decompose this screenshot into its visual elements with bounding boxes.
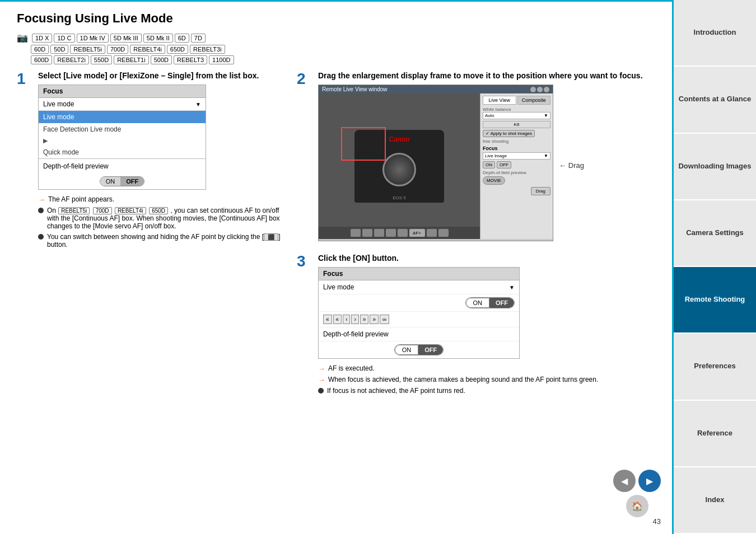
nav-next-btn[interactable]: ›: [351, 315, 358, 324]
step2-content: Drag the enlargement display frame to mo…: [318, 71, 655, 246]
nav-first-btn[interactable]: «: [323, 315, 332, 324]
focus-dropdown-label: Live mode: [43, 100, 195, 108]
live-view-container: Remote Live View window: [318, 85, 553, 246]
page-title: Focusing Using Live Mode: [17, 11, 655, 26]
toolbar-btn-7[interactable]: [438, 229, 449, 237]
focus-option-quick-mode[interactable]: Quick mode: [39, 146, 206, 158]
model-650d: 650D: [167, 45, 188, 54]
model-6d: 6D: [175, 34, 189, 43]
sidebar-camera-settings-label: Camera Settings: [686, 228, 744, 238]
lv-ks-section: K6: [483, 121, 550, 128]
lv-tab-composite[interactable]: Composite: [517, 96, 551, 105]
live-view-body: Canon EOS 5: [319, 93, 553, 239]
toolbar-btn-6[interactable]: [427, 229, 437, 237]
nav-last-btn[interactable]: »: [370, 315, 379, 324]
toolbar-btn-1[interactable]: [351, 229, 361, 237]
sidebar-contents-label: Contents at a Glance: [679, 95, 751, 104]
lv-on-btn[interactable]: ON: [483, 161, 495, 168]
step1-section: 1 Select [Live mode] or [FlexiZone – Sin…: [17, 71, 286, 251]
step3-section: 3 Click the [ON] button. Focus Live mode…: [297, 254, 655, 397]
step3-arrow-icon-1: →: [318, 364, 325, 373]
on-off-buttons: ON OFF: [100, 176, 145, 186]
step1-note-3: You can switch between showing and hidin…: [38, 233, 286, 249]
sidebar-item-camera-settings[interactable]: Camera Settings: [674, 200, 756, 267]
sidebar-item-reference[interactable]: Reference: [674, 401, 756, 467]
model-1dmkiv: 1D Mk IV: [77, 34, 109, 43]
sidebar-item-downloading[interactable]: Downloading Images: [674, 134, 756, 200]
step3-note-2: → When focus is achieved, the camera mak…: [318, 376, 655, 384]
on-off-row: ON OFF: [39, 174, 206, 189]
model-50d: 50D: [50, 45, 68, 54]
step1-note-2: On REBELT5i 700D REBELT4i 650D , you can…: [38, 207, 286, 230]
step1-note-2-text: On REBELT5i 700D REBELT4i 650D , you can…: [47, 207, 286, 230]
nav-next-next-btn[interactable]: »: [360, 315, 369, 324]
focus-option-face-detection[interactable]: Face Detection Live mode: [39, 123, 206, 135]
nav-next-icon: ▶: [646, 476, 653, 486]
toolbar-btn-4[interactable]: [386, 229, 396, 237]
sidebar: Introduction Contents at a Glance Downlo…: [672, 0, 756, 534]
lv-on-off-row: ON OFF: [483, 161, 550, 168]
focus-option-live-mode[interactable]: Live mode: [39, 111, 206, 123]
step3-content: Click the [ON] button. Focus Live mode ▼…: [318, 254, 655, 397]
lv-apply-btn[interactable]: ✓ Apply to shot images: [483, 130, 535, 137]
sidebar-item-remote-shooting[interactable]: Remote Shooting: [674, 267, 756, 334]
sidebar-reference-label: Reference: [697, 429, 732, 438]
camera-toolbar: AF+: [319, 227, 480, 239]
focus-dropdown-row[interactable]: Live mode ▼: [39, 98, 206, 111]
nav-next-button[interactable]: ▶: [638, 470, 661, 492]
main-content: Focusing Using Live Mode 📷 1D X 1D C 1D …: [0, 0, 672, 534]
model-rebelt3i: REBELT3i: [190, 45, 225, 54]
step3-note-1-text: AF is executed.: [328, 364, 375, 372]
step3-note-3-text: If focus is not achieved, the AF point t…: [327, 387, 465, 395]
camera-image-area: Canon EOS 5: [319, 93, 480, 239]
toolbar-btn-2[interactable]: [362, 229, 372, 237]
lv-wb-arrow: ▼: [544, 113, 548, 118]
depth-on-button[interactable]: ON: [100, 177, 121, 186]
depth-off-button[interactable]: OFF: [120, 177, 144, 186]
nav-prev-button[interactable]: ◀: [613, 470, 636, 492]
step1-focus-panel: Focus Live mode ▼ Live mode Face Detecti…: [38, 85, 206, 190]
step3-off-btn[interactable]: OFF: [489, 298, 514, 308]
model-700d: 700D: [107, 45, 128, 54]
lv-off-btn[interactable]: OFF: [497, 161, 511, 168]
model-550d: 550D: [91, 55, 112, 64]
nav-prev-prev-btn[interactable]: «: [333, 315, 342, 324]
lv-focus-arrow: ▼: [544, 153, 548, 158]
model-60d: 60D: [31, 45, 49, 54]
step3-note-2-text: When focus is achieved, the camera makes…: [328, 376, 598, 383]
step3-on-btn[interactable]: ON: [466, 298, 490, 308]
sidebar-item-preferences[interactable]: Preferences: [674, 334, 756, 400]
win-min-btn[interactable]: [530, 87, 536, 92]
step3-note-3: If focus is not achieved, the AF point t…: [318, 387, 655, 395]
model-rebelt4i: REBELT4i: [130, 45, 165, 54]
win-close-btn[interactable]: [544, 87, 549, 92]
camera-logo: Canon: [389, 135, 409, 143]
lv-focus-value: Live Image: [485, 153, 507, 158]
lv-focus-dropdown[interactable]: Live Image ▼: [483, 152, 550, 160]
step3-mode-label: Live mode: [323, 283, 506, 291]
nav-home-icon: 🏠: [632, 501, 643, 512]
toolbar-btn-5[interactable]: [398, 229, 408, 237]
lv-drag-button[interactable]: Drag: [531, 187, 550, 195]
model-rebelt5i: REBELT5i: [70, 45, 105, 54]
bullet-icon-1: [38, 208, 44, 213]
lv-free-shooting-label: free shooting: [483, 139, 550, 144]
sidebar-item-contents[interactable]: Contents at a Glance: [674, 67, 756, 133]
nav-prev-btn[interactable]: ‹: [343, 315, 350, 324]
sidebar-preferences-label: Preferences: [694, 362, 735, 371]
window-close-buttons: [530, 87, 549, 92]
lv-tab-liveview[interactable]: Live View: [483, 96, 516, 105]
step3-depth-off-btn[interactable]: OFF: [418, 345, 443, 355]
nav-inf-btn[interactable]: ∞: [380, 315, 389, 324]
content-columns: 1 Select [Live mode] or [FlexiZone – Sin…: [17, 71, 655, 405]
lv-wb-label: White balance: [483, 107, 550, 112]
toolbar-btn-3[interactable]: [374, 229, 384, 237]
win-max-btn[interactable]: [537, 87, 543, 92]
nav-home-button[interactable]: 🏠: [626, 495, 648, 517]
lv-wb-dropdown[interactable]: Auto ▼: [483, 112, 550, 119]
model-600d: 600D: [31, 55, 52, 64]
step3-depth-on-btn[interactable]: ON: [395, 345, 419, 355]
sidebar-item-introduction[interactable]: Introduction: [674, 0, 756, 67]
sidebar-downloading-label: Downloading Images: [678, 162, 751, 171]
sidebar-item-index[interactable]: Index: [674, 467, 756, 534]
